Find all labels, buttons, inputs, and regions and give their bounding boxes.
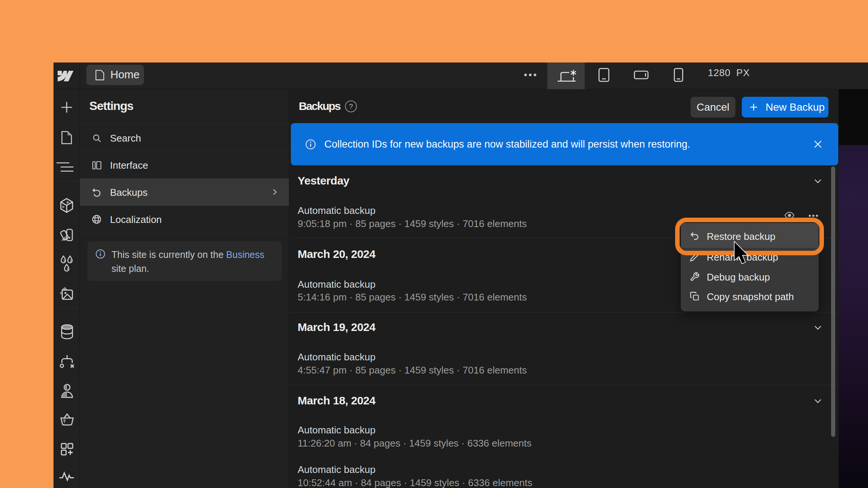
svg-text:?: ? [349, 102, 353, 110]
